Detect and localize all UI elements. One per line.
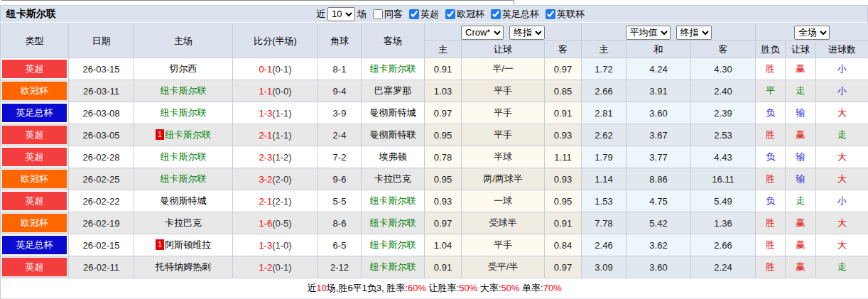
scope-select[interactable]: 全场 — [794, 26, 830, 40]
fulltime-score: 1-3 — [259, 240, 272, 251]
result-cell: 胜 — [756, 212, 786, 234]
away-odds-cell: 0.95 — [545, 190, 582, 212]
games-label: 场 — [357, 8, 367, 21]
away-team-cell: 埃弗顿 — [362, 146, 425, 168]
handicap-line: 半球 — [494, 151, 512, 162]
avg-source-select[interactable]: 平均值 — [626, 26, 671, 40]
home-odds-cell: 1.04 — [425, 234, 462, 256]
home-odds: 0.97 — [434, 218, 452, 229]
corner-cell: 2-4 — [318, 124, 362, 146]
home-odds: 1.04 — [434, 240, 452, 251]
home-team-name: 纽卡斯尔联 — [161, 85, 207, 96]
goals-result: 大 — [837, 151, 847, 162]
avg-away-odds: 2.53 — [714, 130, 732, 141]
avg-away-cell: 2.24 — [691, 256, 756, 278]
away-team-name: 纽卡斯尔联 — [370, 63, 416, 74]
match-date: 26-02-25 — [82, 174, 119, 185]
away-team-cell: 纽卡斯尔联 — [362, 212, 425, 234]
avg-away-odds: 2.66 — [714, 240, 732, 251]
avg-home-odds: 2.66 — [595, 86, 612, 97]
same-away-checkbox[interactable] — [373, 9, 383, 19]
avg-away-odds: 4.43 — [714, 152, 732, 163]
match-date: 26-02-19 — [82, 218, 119, 229]
away-team-cell: 巴塞罗那 — [362, 80, 425, 102]
home-team-cell: 纽卡斯尔联 — [134, 80, 233, 102]
handicap-result-cell: 赢 — [786, 124, 816, 146]
corner-cell: 2-12 — [318, 256, 362, 278]
eflcup-checkbox[interactable] — [546, 9, 555, 19]
col-header-away: 客场 — [362, 24, 425, 58]
away-team-name: 纽卡斯尔联 — [370, 217, 416, 228]
match-row: 欧冠杯26-03-11纽卡斯尔联1-1(0-0)9-4巴塞罗那1.03平手0.8… — [1, 80, 868, 102]
ucl-checkbox[interactable] — [445, 9, 455, 19]
handicap-result-cell: 赢 — [786, 212, 816, 234]
avg-home-cell: 1.14 — [582, 168, 626, 190]
avg-time-select[interactable]: 终指 — [676, 26, 712, 40]
avg-away-odds: 2.39 — [714, 108, 732, 119]
goals-result: 走 — [837, 129, 847, 140]
halftime-score: (1-2) — [272, 152, 291, 163]
league-badge: 英足总杯 — [2, 236, 67, 254]
match-result: 平 — [766, 85, 775, 96]
match-row: 欧冠杯26-02-25纽卡斯尔联3-2(2-0)9-6卡拉巴克0.95两/两球半… — [1, 168, 868, 190]
handicap-result: 输 — [796, 107, 805, 118]
subcol-goals-result: 进球数 — [816, 41, 868, 58]
home-odds-cell: 0.78 — [425, 146, 462, 168]
subcol-avg-draw: 和 — [626, 41, 691, 58]
recent-label: 近 — [316, 8, 325, 21]
corner-cell: 5-5 — [318, 190, 362, 212]
match-row: 欧冠杯26-02-19卡拉巴克1-6(0-5)8-6纽卡斯尔联0.97受球半0.… — [1, 212, 868, 234]
away-team-cell: 纽卡斯尔联 — [362, 190, 425, 212]
date-cell: 26-03-05 — [69, 124, 134, 146]
fulltime-score: 3-2 — [259, 174, 272, 185]
away-team-cell: 曼彻斯特联 — [362, 124, 425, 146]
corner-cell: 9-6 — [318, 168, 362, 190]
subcol-result: 胜负 — [756, 41, 786, 58]
corner-score: 3-9 — [333, 108, 347, 119]
facup-checkbox[interactable] — [491, 9, 501, 19]
date-cell: 26-02-11 — [69, 256, 134, 278]
result-cell: 胜 — [756, 58, 786, 80]
handicap-cell: 半球 — [462, 146, 545, 168]
away-team-name: 曼彻斯特城 — [370, 107, 416, 118]
league-type-cell: 欧冠杯 — [1, 212, 69, 234]
corner-score: 8-6 — [333, 218, 347, 229]
away-odds: 0.84 — [554, 240, 572, 251]
avg-draw-cell: 3.60 — [626, 256, 691, 278]
avg-draw-cell: 3.67 — [626, 124, 691, 146]
league-badge: 英足总杯 — [2, 104, 67, 122]
avg-draw-odds: 4.75 — [649, 196, 667, 207]
home-team-name: 托特纳姆热刺 — [156, 261, 211, 272]
avg-draw-cell: 8.86 — [626, 168, 691, 190]
summary-stat-label: 大率: — [477, 283, 501, 293]
goals-result-cell: 小 — [816, 80, 868, 102]
odds-time-select[interactable]: 终指 — [509, 26, 545, 40]
epl-checkbox[interactable] — [409, 9, 419, 19]
subcol-odds-home: 主 — [425, 41, 462, 58]
away-team-name: 巴塞罗那 — [374, 85, 411, 96]
goals-result-cell: 小 — [816, 190, 868, 212]
top-divider-tick — [514, 0, 514, 5]
match-date: 26-02-22 — [82, 196, 119, 207]
corner-score: 9-4 — [333, 86, 347, 97]
away-odds: 0.91 — [554, 218, 572, 229]
handicap-cell: 受平/半 — [462, 256, 545, 278]
league-type-cell: 英足总杯 — [1, 102, 69, 124]
avg-home-odds: 2.62 — [595, 130, 612, 141]
league-badge: 欧冠杯 — [2, 214, 67, 232]
home-team-cell: 纽卡斯尔联 — [134, 102, 233, 124]
home-odds: 0.93 — [434, 196, 452, 207]
col-header-home: 主场 — [134, 24, 233, 58]
home-team-name: 切尔西 — [170, 63, 197, 74]
score-cell: 1-6(0-5) — [233, 212, 318, 234]
home-odds-cell: 0.91 — [425, 58, 462, 80]
recent-count-select[interactable]: 10 — [327, 7, 355, 21]
halftime-score: (0-0) — [272, 86, 291, 97]
handicap-result-cell: 走 — [786, 80, 816, 102]
league-filter-ucl: 欧冠杯 — [441, 8, 484, 21]
goals-result: 大 — [837, 239, 847, 250]
odds-source-select[interactable]: Crow* — [461, 26, 504, 40]
away-odds: 0.95 — [554, 196, 572, 207]
handicap-cell: 受球半 — [462, 212, 545, 234]
handicap-result: 赢 — [796, 63, 805, 74]
